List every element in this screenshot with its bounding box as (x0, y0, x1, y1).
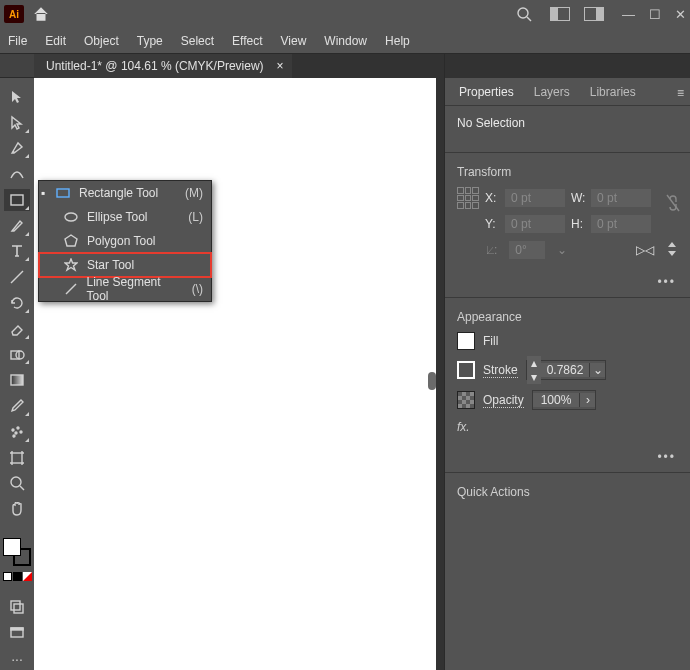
constrain-proportions-icon[interactable] (665, 193, 681, 216)
opacity-label[interactable]: Opacity (483, 393, 524, 408)
hand-tool[interactable] (4, 498, 30, 520)
close-tab-button[interactable]: × (277, 59, 284, 73)
menu-edit[interactable]: Edit (45, 34, 66, 48)
menu-effect[interactable]: Effect (232, 34, 262, 48)
svg-point-6 (17, 427, 19, 429)
edit-toolbar-button[interactable]: ··· (4, 648, 30, 670)
fx-button[interactable]: fx. (457, 420, 678, 434)
flyout-line-segment-tool[interactable]: Line Segment Tool (\) (39, 277, 211, 301)
menu-type[interactable]: Type (137, 34, 163, 48)
rectangle-icon (55, 186, 71, 200)
tab-properties[interactable]: Properties (449, 79, 524, 105)
menu-view[interactable]: View (281, 34, 307, 48)
flyout-star-tool[interactable]: Star Tool (39, 253, 211, 277)
scrollbar-thumb[interactable] (428, 372, 436, 390)
direct-selection-tool[interactable] (4, 112, 30, 134)
properties-panel: Properties Layers Libraries ≡ No Selecti… (444, 54, 690, 670)
more-options-icon[interactable]: ••• (657, 450, 676, 464)
line-icon (63, 282, 79, 296)
reference-point-picker[interactable] (457, 187, 479, 209)
flyout-item-shortcut: (L) (188, 210, 203, 224)
minimize-button[interactable]: — (622, 7, 635, 22)
eraser-tool[interactable] (4, 318, 30, 340)
curvature-tool[interactable] (4, 163, 30, 185)
x-field[interactable]: 0 pt (505, 189, 565, 207)
flyout-rectangle-tool[interactable]: Rectangle Tool (M) (47, 181, 211, 205)
h-field[interactable]: 0 pt (591, 215, 651, 233)
shape-tool-flyout: ▪ Rectangle Tool (M) Ellipse Tool (L) Po… (38, 180, 212, 302)
artboard-tool[interactable] (4, 447, 30, 469)
home-icon[interactable] (32, 5, 50, 23)
h-label: H: (571, 217, 585, 231)
document-tab[interactable]: Untitled-1* @ 104.61 % (CMYK/Preview) × (34, 54, 292, 78)
svg-rect-4 (11, 375, 23, 385)
more-options-icon[interactable]: ••• (657, 275, 676, 289)
type-tool[interactable] (4, 241, 30, 263)
selection-tool[interactable] (4, 86, 30, 108)
flip-horizontal-icon[interactable]: ▷◁ (636, 243, 654, 257)
rotate-tool[interactable] (4, 292, 30, 314)
eyedropper-tool[interactable] (4, 395, 30, 417)
stroke-weight-field[interactable]: ▴▾ 0.7862 ⌄ (526, 360, 607, 380)
search-icon[interactable] (516, 6, 532, 22)
transform-heading: Transform (457, 165, 678, 179)
menu-select[interactable]: Select (181, 34, 214, 48)
star-icon (63, 258, 79, 272)
toolbar-dock-handle[interactable] (0, 54, 34, 78)
zoom-tool[interactable] (4, 472, 30, 494)
svg-point-8 (20, 431, 22, 433)
close-window-button[interactable]: ✕ (675, 7, 686, 22)
svg-rect-10 (12, 453, 22, 463)
flyout-tearoff-handle[interactable]: ▪ (39, 181, 47, 205)
flyout-polygon-tool[interactable]: Polygon Tool (39, 229, 211, 253)
svg-rect-12 (11, 601, 20, 610)
svg-point-7 (15, 432, 17, 434)
flip-vertical-icon[interactable] (666, 242, 678, 259)
tab-layers[interactable]: Layers (524, 79, 580, 105)
line-tool[interactable] (4, 266, 30, 288)
svg-point-0 (518, 8, 528, 18)
opacity-field[interactable]: 100% › (532, 390, 597, 410)
gradient-tool[interactable] (4, 369, 30, 391)
opacity-swatch[interactable] (457, 391, 475, 409)
appearance-heading: Appearance (457, 310, 678, 324)
screen-mode-icon[interactable] (4, 622, 30, 644)
workspace-switcher-button[interactable] (584, 7, 604, 21)
canvas-area[interactable] (34, 78, 436, 670)
angle-field[interactable]: 0° (509, 241, 545, 259)
fill-stroke-swatches[interactable] (3, 538, 31, 566)
menu-window[interactable]: Window (324, 34, 367, 48)
svg-point-17 (65, 213, 77, 221)
flyout-item-label: Line Segment Tool (87, 275, 184, 303)
shape-tool[interactable] (4, 189, 30, 211)
draw-mode-buttons[interactable] (3, 572, 32, 581)
w-field[interactable]: 0 pt (591, 189, 651, 207)
paintbrush-tool[interactable] (4, 215, 30, 237)
fill-label: Fill (483, 334, 498, 348)
menu-help[interactable]: Help (385, 34, 410, 48)
svg-point-9 (13, 435, 15, 437)
stroke-swatch[interactable] (457, 361, 475, 379)
symbol-sprayer-tool[interactable] (4, 421, 30, 443)
pen-tool[interactable] (4, 138, 30, 160)
flyout-item-shortcut: (\) (192, 282, 203, 296)
app-badge: Ai (4, 5, 24, 23)
svg-point-11 (11, 477, 21, 487)
panel-menu-icon[interactable]: ≡ (677, 86, 684, 100)
stroke-label[interactable]: Stroke (483, 363, 518, 378)
menu-object[interactable]: Object (84, 34, 119, 48)
svg-rect-15 (11, 628, 23, 630)
tab-libraries[interactable]: Libraries (580, 79, 646, 105)
svg-rect-13 (14, 604, 23, 613)
shape-builder-tool[interactable] (4, 344, 30, 366)
arrange-documents-button[interactable] (550, 7, 570, 21)
ellipse-icon (63, 210, 79, 224)
menu-file[interactable]: File (8, 34, 27, 48)
fill-swatch[interactable] (457, 332, 475, 350)
flyout-item-label: Polygon Tool (87, 234, 156, 248)
polygon-icon (63, 234, 79, 248)
flyout-ellipse-tool[interactable]: Ellipse Tool (L) (39, 205, 211, 229)
maximize-button[interactable]: ☐ (649, 7, 661, 22)
draw-modes-icon[interactable] (4, 597, 30, 619)
y-field[interactable]: 0 pt (505, 215, 565, 233)
